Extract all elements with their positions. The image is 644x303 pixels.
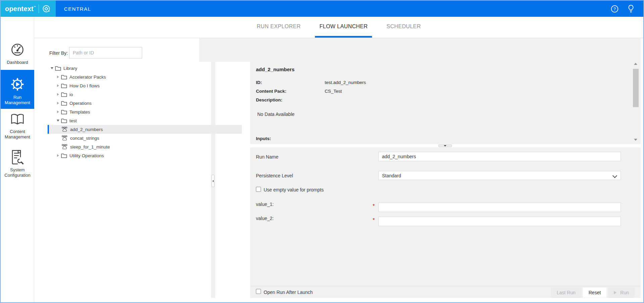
persistence-level-select[interactable]: Standard xyxy=(378,171,621,180)
sidebar-item-dashboard[interactable]: Dashboard xyxy=(1,42,34,65)
tree-item-add-2-numbers[interactable]: add_2_numbers xyxy=(48,125,242,134)
lightbulb-icon[interactable] xyxy=(628,4,634,13)
content-pack-row: Content Pack:CS_Test xyxy=(256,89,342,94)
description-label: Description: xyxy=(256,97,325,102)
use-empty-value-label: Use empty value for prompts xyxy=(264,187,324,192)
filter-input[interactable] xyxy=(69,47,142,58)
tab-label: FLOW LAUNCHER xyxy=(319,24,368,30)
chevron-down-icon xyxy=(612,173,617,178)
run-button[interactable]: Run xyxy=(608,288,635,298)
splitter-collapse-handle[interactable] xyxy=(211,175,215,187)
flow-launcher-panel: add_2_numbers ID:test.add_2_numbers Cont… xyxy=(250,58,641,298)
expand-arrow-icon[interactable] xyxy=(56,76,60,78)
expand-arrow-icon[interactable] xyxy=(56,154,60,157)
tree-item-concat-strings[interactable]: concat_strings xyxy=(48,134,242,142)
no-data-text: No Data Available xyxy=(257,112,294,117)
value-2-input[interactable] xyxy=(378,217,621,226)
last-run-button[interactable]: Last Run xyxy=(551,288,581,298)
flow-title: add_2_numbers xyxy=(256,67,294,72)
svg-text:?: ? xyxy=(613,7,616,11)
scrollbar-thumb[interactable] xyxy=(633,69,639,107)
flow-icon xyxy=(62,127,68,132)
tree-item-label: sleep_for_1_minute xyxy=(70,144,110,149)
help-icon[interactable]: ? xyxy=(611,5,619,13)
expand-arrow-icon[interactable] xyxy=(56,120,60,122)
use-empty-value-checkbox[interactable] xyxy=(256,187,261,192)
tree-item-label: concat_strings xyxy=(70,136,99,141)
sidebar-item-label: Run Management xyxy=(5,95,30,105)
expand-arrow-icon[interactable] xyxy=(56,84,60,87)
splitter-collapse-handle[interactable] xyxy=(438,144,452,147)
flow-id-row: ID:test.add_2_numbers xyxy=(256,80,366,85)
sidebar-item-system-configuration[interactable]: System Configuration xyxy=(1,150,34,178)
expand-arrow-icon[interactable] xyxy=(56,102,60,104)
required-asterisk: * xyxy=(373,203,375,209)
tree-item-accelerator-packs[interactable]: Accelerator Packs xyxy=(48,73,242,81)
button-label: Run xyxy=(620,290,629,295)
expand-arrow-icon[interactable] xyxy=(56,111,60,113)
tree-item-templates[interactable]: Templates xyxy=(48,107,242,116)
oo-central-app-icon xyxy=(42,4,51,13)
gauge-icon xyxy=(1,42,34,57)
persistence-level-value: Standard xyxy=(382,173,401,178)
trademark-mark: ™ xyxy=(34,6,36,8)
value-1-label: value_1: xyxy=(256,202,274,207)
tree-item-label: How Do I flows xyxy=(69,83,100,88)
app-window: opentext™ CENTRAL ? Dashboard Run Manage xyxy=(0,0,644,303)
folder-icon xyxy=(61,75,67,80)
flow-id-value: test.add_2_numbers xyxy=(325,80,366,85)
tree-item-how-do-i-flows[interactable]: How Do I flows xyxy=(48,81,242,90)
folder-icon xyxy=(61,118,67,123)
tree-item-test[interactable]: test xyxy=(48,116,242,125)
tree-item-io[interactable]: io xyxy=(48,90,242,99)
collapse-left-icon xyxy=(212,180,214,182)
inputs-section-label: Inputs: xyxy=(256,136,271,141)
tree-item-label: test xyxy=(69,118,77,123)
tree-item-label: Operations xyxy=(69,101,92,106)
top-bar: opentext™ CENTRAL ? xyxy=(1,1,643,17)
tree-item-label: add_2_numbers xyxy=(70,127,103,132)
tree-item-library[interactable]: Library xyxy=(48,64,242,73)
button-label: Last Run xyxy=(557,290,576,295)
tree-item-label: io xyxy=(69,92,73,97)
expand-arrow-icon[interactable] xyxy=(50,67,54,69)
app-title: CENTRAL xyxy=(64,6,91,12)
tree-item-operations[interactable]: Operations xyxy=(48,99,242,107)
scroll-up-icon[interactable] xyxy=(634,63,637,65)
launch-footer: Open Run After Launch Last Run Reset Run xyxy=(250,286,641,298)
folder-icon xyxy=(61,153,67,158)
sidebar-item-content-management[interactable]: Content Management xyxy=(1,114,34,140)
value-1-input[interactable] xyxy=(378,203,621,212)
tree-item-utility-operations[interactable]: Utility Operations xyxy=(48,151,242,160)
scroll-down-icon[interactable] xyxy=(634,139,637,141)
left-nav-sidebar: Dashboard Run Management Content Managem… xyxy=(1,17,34,302)
system-config-icon xyxy=(1,150,34,165)
horizontal-splitter[interactable] xyxy=(250,144,641,147)
tab-run-explorer[interactable]: RUN EXPLORER xyxy=(252,17,305,38)
reset-button[interactable]: Reset xyxy=(583,288,607,298)
sidebar-item-label: Dashboard xyxy=(7,60,28,65)
tree-item-label: Accelerator Packs xyxy=(69,75,106,80)
tab-label: RUN EXPLORER xyxy=(257,24,301,30)
launch-form: Run Name Persistence Level Standard Use … xyxy=(250,147,641,298)
run-name-input[interactable] xyxy=(378,152,621,161)
expand-arrow-icon[interactable] xyxy=(56,93,60,96)
required-asterisk: * xyxy=(373,217,375,223)
tree-item-sleep-for-1-minute[interactable]: sleep_for_1_minute xyxy=(48,142,242,151)
flow-icon xyxy=(62,135,68,141)
footer-buttons: Last Run Reset Run xyxy=(551,288,635,298)
opentext-logo: opentext™ xyxy=(1,1,56,17)
open-run-after-launch-checkbox[interactable] xyxy=(256,289,261,294)
open-run-after-launch-label: Open Run After Launch xyxy=(264,290,313,295)
details-scrollbar[interactable] xyxy=(633,63,639,141)
logo-divider xyxy=(39,4,39,13)
sidebar-item-run-management[interactable]: Run Management xyxy=(1,70,34,109)
tree-item-label: Templates xyxy=(69,110,90,115)
tab-scheduler[interactable]: SCHEDULER xyxy=(382,17,425,38)
folder-icon xyxy=(61,83,67,88)
tab-flow-launcher[interactable]: FLOW LAUNCHER xyxy=(315,17,372,38)
play-icon xyxy=(614,291,616,294)
button-label: Reset xyxy=(589,290,601,295)
tree-item-label: Utility Operations xyxy=(69,153,104,158)
tree-item-label: Library xyxy=(63,66,77,71)
